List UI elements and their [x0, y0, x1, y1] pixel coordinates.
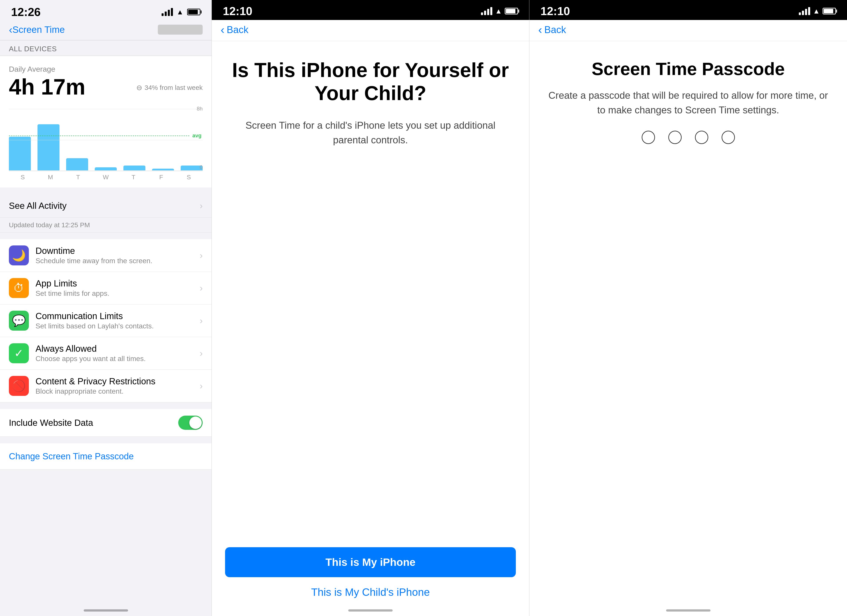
include-website-label: Include Website Data: [9, 418, 93, 428]
search-back-p2[interactable]: Back: [227, 24, 248, 35]
panel2-main: Is This iPhone for Yourself or Your Chil…: [212, 41, 529, 547]
status-bar-p2: 12:10 ▲: [212, 0, 529, 20]
content-privacy-subtitle: Block inappropriate content.: [35, 387, 200, 395]
status-bar-p3: 12:10 ▲: [530, 0, 847, 20]
signal-icon-p2: [481, 7, 492, 15]
content-privacy-icon: 🚫: [9, 376, 29, 396]
comm-limits-title: Communication Limits: [35, 311, 200, 321]
status-icons-p1: ▲: [162, 8, 201, 16]
back-chevron-p3: ‹: [538, 23, 542, 36]
always-allowed-icon: ✓: [9, 343, 29, 363]
home-indicator-p3: [666, 609, 710, 612]
home-indicator-p1: [84, 609, 128, 612]
see-all-label: See All Activity: [9, 201, 66, 211]
nav-username: username: [158, 25, 203, 35]
see-all-row[interactable]: See All Activity ›: [0, 194, 211, 218]
is-this-iphone-panel: 12:10 ▲ ‹ Back Is This iPhone for Yourse…: [212, 0, 530, 616]
wifi-icon-p1: ▲: [176, 8, 184, 16]
always-allowed-subtitle: Choose apps you want at all times.: [35, 355, 200, 363]
see-all-chevron: ›: [200, 201, 203, 211]
downtime-chevron: ›: [200, 251, 203, 261]
content-privacy-row[interactable]: 🚫 Content & Privacy Restrictions Block i…: [0, 370, 211, 402]
status-time-p1: 12:26: [11, 5, 41, 19]
daily-compare: ⊖ 34% from last week: [136, 83, 203, 92]
change-passcode-row[interactable]: Change Screen Time Passcode: [0, 444, 211, 470]
status-time-p3: 12:10: [540, 4, 570, 18]
downtime-icon: 🌙: [9, 245, 29, 265]
search-nav-p3: ‹ Back: [530, 20, 847, 41]
passcode-dot-1: [642, 131, 655, 144]
this-is-my-iphone-button[interactable]: This is My iPhone: [225, 547, 516, 577]
passcode-title: Screen Time Passcode: [592, 59, 785, 79]
passcode-subtitle: Create a passcode that will be required …: [547, 88, 829, 117]
passcode-dot-3: [695, 131, 708, 144]
bottom-buttons-p2: This is My iPhone This is My Child's iPh…: [212, 547, 529, 616]
status-icons-p3: ▲: [799, 7, 836, 15]
back-chevron-p2: ‹: [221, 23, 224, 36]
devices-label: ALL DEVICES: [0, 40, 211, 56]
screen-time-panel: 12:26 ▲ ‹ Screen Time username ALL DEVIC…: [0, 0, 212, 616]
panel3-main: Screen Time Passcode Create a passcode t…: [530, 41, 847, 616]
daily-label: Daily Average: [9, 65, 203, 74]
passcode-dot-4: [722, 131, 735, 144]
app-limits-title: App Limits: [35, 279, 200, 289]
search-back-p3[interactable]: Back: [544, 24, 566, 35]
signal-icon-p1: [162, 8, 173, 16]
back-btn-p1[interactable]: Screen Time: [12, 24, 65, 35]
app-limits-icon: ⏱: [9, 278, 29, 298]
updated-label: Updated today at 12:25 PM: [0, 218, 211, 233]
content-privacy-chevron: ›: [200, 381, 203, 391]
battery-icon-p3: [823, 8, 836, 15]
chart-container: 8h 0 avg S M T W: [0, 105, 211, 187]
include-website-row: Include Website Data: [0, 409, 211, 437]
content-privacy-title: Content & Privacy Restrictions: [35, 376, 200, 386]
back-chevron-p1[interactable]: ‹: [9, 24, 12, 36]
status-time-p2: 12:10: [223, 4, 252, 18]
avg-line: avg: [9, 136, 189, 136]
this-is-childs-iphone-button[interactable]: This is My Child's iPhone: [225, 586, 516, 598]
downtime-row[interactable]: 🌙 Downtime Schedule time away from the s…: [0, 239, 211, 272]
battery-icon-p2: [505, 8, 518, 15]
chart-days: S M T W T F S: [9, 171, 203, 181]
app-limits-subtitle: Set time limits for apps.: [35, 289, 200, 298]
iphone-question-title: Is This iPhone for Yourself or Your Chil…: [230, 59, 511, 105]
passcode-panel: 12:10 ▲ ‹ Back Screen Time Passcode Crea…: [530, 0, 847, 616]
search-nav-p2: ‹ Back: [212, 20, 529, 41]
chart-area: 8h 0 avg: [9, 109, 203, 171]
compare-icon: ⊖: [136, 83, 142, 92]
passcode-dot-2: [668, 131, 682, 144]
downtime-subtitle: Schedule time away from the screen.: [35, 257, 200, 265]
status-icons-p2: ▲: [481, 7, 518, 15]
wifi-icon-p3: ▲: [813, 7, 820, 15]
always-allowed-title: Always Allowed: [35, 344, 200, 354]
daily-time: 4h 17m: [9, 76, 86, 98]
nav-bar-p1: ‹ Screen Time username: [0, 21, 211, 40]
downtime-title: Downtime: [35, 246, 200, 256]
battery-icon-p1: [187, 9, 201, 15]
include-website-toggle[interactable]: [178, 416, 203, 430]
home-indicator-p2: [348, 609, 393, 612]
comm-limits-row[interactable]: 💬 Communication Limits Set limits based …: [0, 304, 211, 337]
iphone-question-subtitle: Screen Time for a child's iPhone lets yo…: [230, 118, 511, 147]
passcode-dots: [642, 131, 735, 144]
app-limits-row[interactable]: ⏱ App Limits Set time limits for apps. ›: [0, 272, 211, 304]
status-bar-p1: 12:26 ▲: [0, 0, 211, 21]
comm-limits-icon: 💬: [9, 311, 29, 331]
comm-limits-subtitle: Set limits based on Laylah's contacts.: [35, 322, 200, 330]
daily-section: Daily Average 4h 17m ⊖ 34% from last wee…: [0, 56, 211, 105]
app-limits-chevron: ›: [200, 283, 203, 293]
always-allowed-row[interactable]: ✓ Always Allowed Choose apps you want at…: [0, 337, 211, 370]
wifi-icon-p2: ▲: [495, 7, 502, 15]
change-passcode-text: Change Screen Time Passcode: [9, 451, 134, 461]
always-allowed-chevron: ›: [200, 348, 203, 358]
signal-icon-p3: [799, 7, 810, 15]
comm-limits-chevron: ›: [200, 316, 203, 326]
